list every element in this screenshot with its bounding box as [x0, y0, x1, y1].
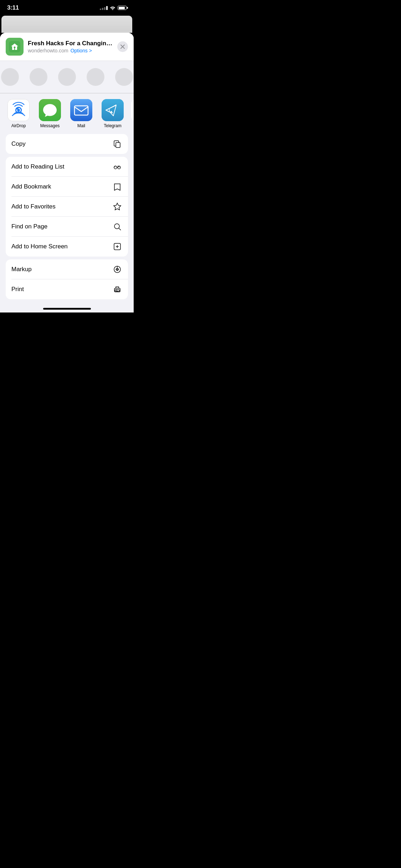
- blurred-contacts-area: [0, 61, 134, 93]
- svg-marker-13: [114, 203, 121, 210]
- action-copy[interactable]: Copy: [6, 134, 128, 154]
- action-list: Copy Add to Reading List: [0, 131, 134, 305]
- action-group-copy: Copy: [6, 134, 128, 154]
- glasses-icon: [112, 162, 122, 172]
- airdrop-icon-bg: [7, 99, 30, 121]
- action-group-tools: Markup Print: [6, 259, 128, 299]
- svg-point-1: [14, 47, 16, 48]
- print-icon: [112, 284, 122, 294]
- markup-icon: [112, 264, 122, 274]
- action-print[interactable]: Print: [6, 279, 128, 299]
- close-button[interactable]: [117, 41, 128, 52]
- wifi-icon: [110, 6, 115, 10]
- messages-icon: [39, 99, 61, 121]
- share-app-messages[interactable]: Messages: [37, 99, 63, 128]
- action-find-on-page[interactable]: Find on Page: [6, 217, 128, 237]
- share-title: Fresh Hacks For a Changing World: [28, 40, 113, 47]
- home-screen-label: Add to Home Screen: [11, 243, 68, 250]
- bookmark-label: Add Bookmark: [11, 183, 51, 190]
- print-label: Print: [11, 286, 24, 293]
- mail-icon: [70, 99, 92, 121]
- close-icon: [120, 44, 125, 49]
- messages-label: Messages: [40, 123, 60, 128]
- svg-point-14: [114, 224, 119, 229]
- copy-icon: [112, 139, 122, 149]
- action-add-home-screen[interactable]: Add to Home Screen: [6, 237, 128, 257]
- svg-rect-8: [102, 99, 124, 121]
- app-icon: [6, 38, 24, 56]
- share-info: Fresh Hacks For a Changing World wonderh…: [28, 40, 113, 53]
- star-icon: [112, 202, 122, 212]
- airdrop-icon: [8, 99, 29, 121]
- action-add-bookmark[interactable]: Add Bookmark: [6, 177, 128, 197]
- plus-square-icon: [112, 242, 122, 252]
- signal-icon: [100, 6, 108, 10]
- action-add-favorites[interactable]: Add to Favorites: [6, 197, 128, 217]
- share-domain: wonderhowto.com: [28, 48, 68, 53]
- home-indicator: [43, 308, 91, 310]
- svg-point-4: [17, 109, 20, 112]
- share-app-airdrop[interactable]: AirDrop: [6, 99, 31, 128]
- find-label: Find on Page: [11, 223, 47, 230]
- copy-label: Copy: [11, 140, 26, 148]
- share-meta: wonderhowto.com Options >: [28, 48, 113, 53]
- action-group-browser: Add to Reading List Add Bookmark: [6, 157, 128, 257]
- status-bar: 3:11: [0, 0, 134, 16]
- share-sheet: Fresh Hacks For a Changing World wonderh…: [0, 33, 134, 312]
- book-icon: [112, 182, 122, 192]
- svg-rect-6: [70, 99, 92, 121]
- background-preview: [1, 16, 132, 33]
- mail-icon-bg: [70, 99, 92, 121]
- airdrop-label: AirDrop: [11, 123, 26, 128]
- share-app-partial[interactable]: [131, 99, 134, 128]
- partial-icon: [131, 99, 134, 121]
- favorites-label: Add to Favorites: [11, 203, 56, 210]
- telegram-icon-bg: [102, 99, 124, 121]
- app-icon-image: [9, 41, 20, 52]
- reading-list-label: Add to Reading List: [11, 163, 64, 170]
- action-add-reading-list[interactable]: Add to Reading List: [6, 157, 128, 177]
- telegram-icon: [102, 99, 124, 121]
- share-apps-section: AirDrop Messag: [0, 93, 134, 131]
- share-apps-scroll[interactable]: AirDrop Messag: [0, 99, 134, 128]
- svg-line-15: [119, 228, 121, 231]
- mail-label: Mail: [77, 123, 85, 128]
- status-icons: [100, 6, 127, 10]
- status-time: 3:11: [7, 4, 19, 11]
- share-options-button[interactable]: Options >: [71, 48, 92, 53]
- home-indicator-area: [0, 305, 134, 312]
- svg-rect-9: [116, 143, 120, 148]
- telegram-label: Telegram: [104, 123, 121, 128]
- share-app-telegram[interactable]: Telegram: [100, 99, 125, 128]
- battery-icon: [118, 6, 127, 10]
- action-markup[interactable]: Markup: [6, 259, 128, 279]
- search-icon: [112, 222, 122, 232]
- share-app-mail[interactable]: Mail: [68, 99, 94, 128]
- share-header: Fresh Hacks For a Changing World wonderh…: [0, 33, 134, 61]
- markup-label: Markup: [11, 266, 32, 273]
- messages-icon-bg: [39, 99, 61, 121]
